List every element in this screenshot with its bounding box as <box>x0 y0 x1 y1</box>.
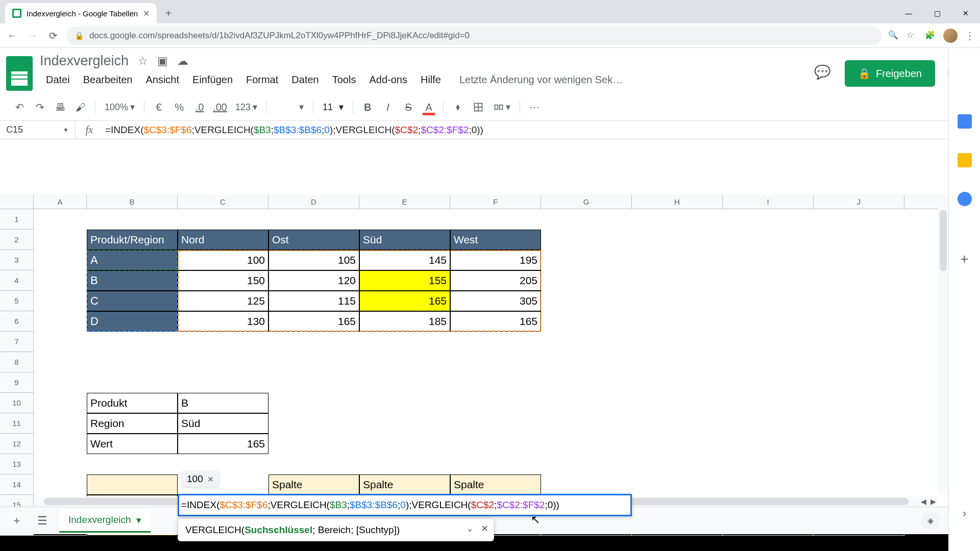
all-sheets-icon[interactable]: ☰ <box>34 512 51 530</box>
cell-editor[interactable]: =INDEX($C$3:$F$6;VERGLEICH($B3;$B$3:$B$6… <box>178 494 632 516</box>
keep-icon[interactable] <box>958 153 972 167</box>
cell-E14[interactable]: Spalte <box>359 474 450 495</box>
star-icon[interactable]: ☆ <box>906 30 918 41</box>
reload-icon[interactable]: ⟳ <box>46 29 60 43</box>
more-toolbar-icon[interactable]: ⋯ <box>525 98 544 116</box>
col-header-B[interactable]: B <box>87 195 178 209</box>
add-addons-icon[interactable]: + <box>960 251 968 267</box>
undo-icon[interactable]: ↶ <box>10 98 29 116</box>
increase-decimal-button[interactable]: .00 <box>211 98 229 116</box>
menu-insert[interactable]: Einfügen <box>186 71 239 89</box>
cell-F5[interactable]: 305 <box>450 291 541 311</box>
fill-color-icon[interactable] <box>449 98 467 116</box>
star-outline-icon[interactable]: ☆ <box>138 55 148 68</box>
col-header-J[interactable]: J <box>814 195 904 209</box>
row-header-2[interactable]: 2 <box>0 230 33 250</box>
col-header-D[interactable]: D <box>268 195 359 209</box>
cell-B12[interactable]: Wert <box>87 434 178 454</box>
cell-C5[interactable]: 125 <box>178 291 268 311</box>
cell-F3[interactable]: 195 <box>450 250 541 270</box>
text-color-icon[interactable]: A <box>420 98 438 116</box>
tasks-icon[interactable] <box>958 192 972 206</box>
cell-E2[interactable]: Süd <box>359 230 450 250</box>
col-header-H[interactable]: H <box>632 195 723 209</box>
add-sheet-button[interactable]: + <box>8 512 26 530</box>
calendar-icon[interactable] <box>958 114 972 129</box>
row-header-1[interactable]: 1 <box>0 209 33 230</box>
cell-D4[interactable]: 120 <box>268 270 359 291</box>
col-header-E[interactable]: E <box>359 195 450 209</box>
row-header-11[interactable]: 11 <box>0 413 33 434</box>
zoom-lens-icon[interactable]: 🔍 <box>888 30 899 41</box>
cell-F4[interactable]: 205 <box>450 270 541 291</box>
bold-icon[interactable]: B <box>358 98 377 116</box>
close-tab-icon[interactable]: ✕ <box>143 9 150 18</box>
number-format-select[interactable]: 123 ▾ <box>231 102 261 113</box>
url-input[interactable]: 🔒 docs.google.com/spreadsheets/d/1b2ivdA… <box>66 27 882 45</box>
comments-icon[interactable]: 💬 <box>814 64 832 83</box>
row-header-14[interactable]: 14 <box>0 474 33 495</box>
scroll-right-icon[interactable]: ▶ <box>928 497 938 506</box>
currency-button[interactable]: € <box>150 98 168 116</box>
cell-E3[interactable]: 145 <box>359 250 450 270</box>
row-header-7[interactable]: 7 <box>0 332 33 352</box>
col-header-G[interactable]: G <box>541 195 632 209</box>
cell-E4[interactable]: 155 <box>359 270 450 291</box>
chevron-down-icon[interactable]: ▾ <box>136 514 141 526</box>
menu-format[interactable]: Format <box>240 71 284 89</box>
col-header-A[interactable]: A <box>34 195 87 209</box>
row-header-4[interactable]: 4 <box>0 270 33 291</box>
cell-E5[interactable]: 165 <box>359 291 450 311</box>
redo-icon[interactable]: ↷ <box>31 98 49 116</box>
document-title[interactable]: Indexvergleich <box>40 53 129 69</box>
row-header-13[interactable]: 13 <box>0 454 33 474</box>
cell-F6[interactable]: 165 <box>450 311 541 332</box>
cell-B6[interactable]: D <box>87 311 178 332</box>
cell-B5[interactable]: C <box>87 291 178 311</box>
menu-view[interactable]: Ansicht <box>139 71 185 89</box>
cloud-status-icon[interactable]: ☁ <box>177 55 188 68</box>
chevron-down-icon[interactable]: ▼ <box>63 127 69 134</box>
name-box[interactable]: C15 ▼ <box>0 121 76 139</box>
font-select[interactable]: ▾ <box>272 102 308 113</box>
cell-D6[interactable]: 165 <box>268 311 359 332</box>
cell-D3[interactable]: 105 <box>268 250 359 270</box>
cell-C12[interactable]: 165 <box>178 434 268 454</box>
cell-F14[interactable]: Spalte <box>450 474 541 495</box>
italic-icon[interactable]: I <box>379 98 397 116</box>
col-header-C[interactable]: C <box>178 195 268 209</box>
cell-C3[interactable]: 100 <box>178 250 268 270</box>
profile-avatar-small[interactable] <box>943 29 958 43</box>
sheet-tab-active[interactable]: Indexvergleich ▾ <box>59 509 151 533</box>
menu-data[interactable]: Daten <box>285 71 325 89</box>
move-folder-icon[interactable]: ▣ <box>157 55 168 68</box>
cell-C6[interactable]: 130 <box>178 311 268 332</box>
scroll-left-icon[interactable]: ◀ <box>919 497 928 506</box>
sheets-logo-icon[interactable] <box>6 56 33 91</box>
cell-B4[interactable]: B <box>87 270 178 291</box>
cell-D14[interactable]: Spalte <box>268 474 359 495</box>
close-help-icon[interactable]: ✕ <box>481 523 488 534</box>
spreadsheet-grid[interactable]: A B C D E F G H I J 12345678910111213141… <box>0 195 948 507</box>
cell-C2[interactable]: Nord <box>178 230 268 250</box>
cell-C10[interactable]: B <box>178 393 268 413</box>
last-edit-text[interactable]: Letzte Änderung vor wenigen Sek… <box>453 71 629 89</box>
row-header-8[interactable]: 8 <box>0 352 33 372</box>
row-header-5[interactable]: 5 <box>0 291 33 311</box>
browser-tab[interactable]: Indexvergleich - Google Tabellen ✕ <box>5 3 157 23</box>
menu-tools[interactable]: Tools <box>326 71 362 89</box>
menu-help[interactable]: Hilfe <box>414 71 447 89</box>
font-size-select[interactable]: 11 ▾ <box>318 102 348 113</box>
cell-C11[interactable]: Süd <box>178 413 268 434</box>
print-icon[interactable]: 🖶 <box>51 98 69 116</box>
vertical-scrollbar[interactable] <box>938 195 948 494</box>
strikethrough-icon[interactable]: S <box>399 98 418 116</box>
row-header-6[interactable]: 6 <box>0 311 33 332</box>
percent-button[interactable]: % <box>170 98 188 116</box>
zoom-select[interactable]: 100% ▾ <box>101 102 139 113</box>
extensions-icon[interactable]: 🧩 <box>925 30 936 41</box>
cell-B10[interactable]: Produkt <box>87 393 178 413</box>
decrease-decimal-button[interactable]: .0 <box>190 98 209 116</box>
close-icon[interactable]: ✕ <box>207 474 214 484</box>
cell-D5[interactable]: 115 <box>268 291 359 311</box>
